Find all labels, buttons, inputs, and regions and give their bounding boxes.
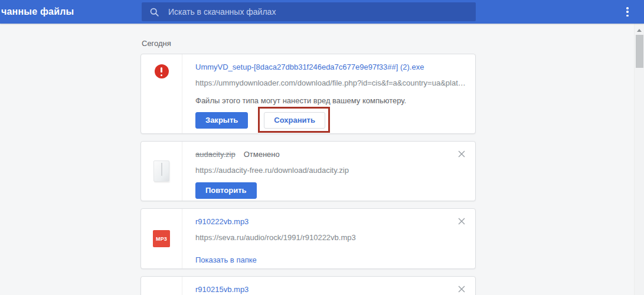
search-input[interactable] bbox=[168, 7, 452, 17]
file-name-link[interactable]: UmmyVD_setup-[8daca27dbb31f246eda7c677e9… bbox=[195, 63, 424, 72]
file-icon-cell bbox=[141, 142, 182, 201]
scrollbar-track[interactable] bbox=[634, 24, 644, 295]
more-options-icon[interactable] bbox=[625, 6, 630, 17]
search-box bbox=[142, 2, 476, 21]
zip-file-icon bbox=[153, 160, 169, 182]
download-item-content: audacity.zip Отменено https://audacity-f… bbox=[182, 142, 475, 201]
downloads-header: чанные файлы bbox=[0, 0, 644, 24]
page-title: чанные файлы bbox=[1, 0, 74, 24]
downloads-list: Сегодня UmmyVD_setup-[8daca27dbb31f246ed… bbox=[140, 24, 476, 295]
status-badge: Отменено bbox=[244, 150, 280, 159]
date-section-label: Сегодня bbox=[142, 39, 476, 48]
file-source-url: https://seva.ru/audio/rock/1991/r910222v… bbox=[195, 233, 466, 242]
mp3-file-icon: MP3 bbox=[153, 230, 170, 247]
save-dangerous-button[interactable]: Сохранить bbox=[264, 112, 325, 129]
file-source-url: https://ummydownloader.com/download/file… bbox=[195, 78, 466, 87]
remove-item-close-icon[interactable] bbox=[457, 217, 466, 225]
download-item-content: UmmyVD_setup-[8daca27dbb31f246eda7c677e9… bbox=[182, 54, 475, 133]
file-icon-cell bbox=[141, 54, 182, 133]
download-item-r910222vb-mp3: MP3 r910222vb.mp3 https://seva.ru/audio/… bbox=[140, 208, 476, 269]
cancelled-file-name: audacity.zip bbox=[195, 150, 236, 159]
download-item-content: r910222vb.mp3 https://seva.ru/audio/rock… bbox=[182, 209, 475, 268]
download-item-content: r910215vb.mp3 bbox=[182, 277, 475, 295]
download-item-r910215vb-mp3: r910215vb.mp3 bbox=[140, 276, 476, 295]
file-icon-cell bbox=[141, 277, 182, 295]
scrollbar-thumb[interactable] bbox=[636, 35, 643, 68]
file-name-link[interactable]: r910222vb.mp3 bbox=[195, 217, 249, 227]
file-icon-cell: MP3 bbox=[141, 209, 182, 268]
remove-item-close-icon[interactable] bbox=[457, 285, 466, 293]
download-item-audacity-zip: audacity.zip Отменено https://audacity-f… bbox=[140, 141, 476, 201]
file-source-url: https://audacity-free.ru/download/audaci… bbox=[195, 166, 466, 175]
search-icon bbox=[149, 7, 159, 17]
remove-item-close-icon[interactable] bbox=[457, 150, 466, 158]
discard-button[interactable]: Закрыть bbox=[195, 112, 248, 129]
danger-warning-icon bbox=[155, 64, 169, 78]
show-in-folder-link[interactable]: Показать в папке bbox=[195, 255, 257, 264]
danger-warning-text: Файлы этого типа могут нанести вред ваше… bbox=[195, 96, 466, 105]
retry-button[interactable]: Повторить bbox=[195, 182, 257, 199]
file-name-link[interactable]: r910215vb.mp3 bbox=[195, 285, 249, 294]
scrollbar-up-arrow-icon[interactable] bbox=[637, 29, 642, 32]
download-item-ummyvd-exe: UmmyVD_setup-[8daca27dbb31f246eda7c677e9… bbox=[140, 54, 476, 134]
